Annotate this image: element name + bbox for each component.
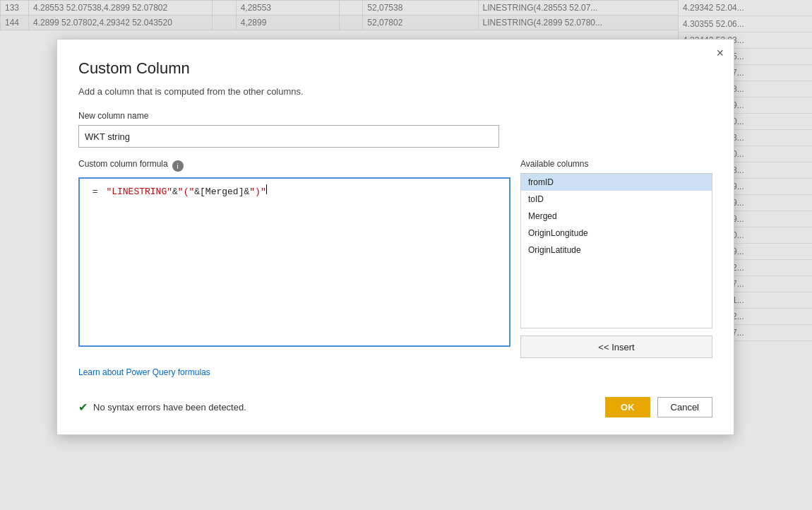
available-columns-label: Available columns: [520, 159, 712, 169]
status-text: No syntax errors have been detected.: [93, 402, 246, 413]
formula-op3: &: [244, 186, 249, 197]
formula-cursor: [266, 184, 267, 194]
formula-str2: "(": [178, 186, 194, 197]
button-row: OK Cancel: [605, 397, 712, 417]
avail-item-merged[interactable]: Merged: [521, 208, 712, 225]
formula-line: = "LINESTRING" & "(" & [Merged] & ")": [87, 184, 502, 197]
ok-button[interactable]: OK: [605, 397, 650, 417]
available-columns-list[interactable]: fromIDtoIDMergedOriginLongitudeOriginLat…: [520, 173, 712, 328]
formula-op2: &: [194, 186, 200, 197]
avail-item-toid[interactable]: toID: [521, 191, 712, 208]
avail-item-fromid[interactable]: fromID: [521, 174, 712, 191]
formula-label-row: Custom column formula i: [78, 159, 511, 173]
formula-section: Custom column formula i = "LINESTRING" &…: [78, 159, 712, 358]
formula-eq: =: [87, 186, 103, 197]
formula-right: Available columns fromIDtoIDMergedOrigin…: [520, 159, 712, 358]
dialog-subtitle: Add a column that is computed from the o…: [78, 86, 712, 97]
avail-item-originlongitude[interactable]: OriginLongitude: [521, 225, 712, 242]
new-column-label: New column name: [78, 111, 712, 121]
status-area: ✔ No syntax errors have been detected.: [78, 401, 246, 414]
formula-box[interactable]: = "LINESTRING" & "(" & [Merged] & ")": [78, 177, 511, 347]
dialog-footer: ✔ No syntax errors have been detected. O…: [78, 397, 712, 417]
formula-str1: "LINESTRING": [106, 186, 172, 197]
close-button[interactable]: ×: [716, 47, 724, 59]
formula-str3: ")": [249, 186, 265, 197]
formula-field: [Merged]: [200, 186, 244, 197]
learn-link[interactable]: Learn about Power Query formulas: [78, 367, 210, 377]
insert-button[interactable]: << Insert: [520, 336, 712, 358]
column-name-input[interactable]: [78, 125, 499, 148]
dialog-title: Custom Column: [78, 59, 712, 78]
info-icon[interactable]: i: [172, 160, 184, 172]
formula-op1: &: [172, 186, 178, 197]
formula-left: Custom column formula i = "LINESTRING" &…: [78, 159, 511, 358]
avail-item-originlatitude[interactable]: OriginLatitude: [521, 242, 712, 259]
check-icon: ✔: [78, 401, 88, 414]
cancel-button[interactable]: Cancel: [657, 397, 712, 417]
custom-column-dialog: × Custom Column Add a column that is com…: [56, 39, 734, 435]
formula-label: Custom column formula: [78, 159, 168, 169]
